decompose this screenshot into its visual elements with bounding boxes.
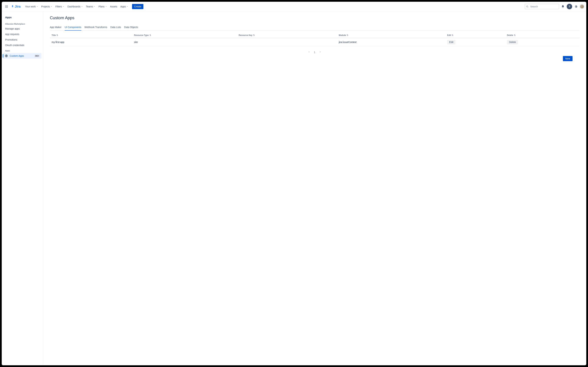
help-icon: ? [569, 5, 570, 8]
nav-label: Projects [41, 5, 50, 8]
chevron-right-icon [319, 51, 322, 53]
nav-dashboards[interactable]: Dashboards [66, 4, 84, 9]
col-resource-type[interactable]: Resource Type⇅ [132, 33, 237, 38]
nav-apps[interactable]: Apps [119, 4, 130, 9]
cell-resource-type: site [132, 38, 237, 46]
sort-icon: ⇅ [149, 34, 151, 36]
col-label: Delete [507, 34, 513, 36]
svg-rect-8 [7, 7, 8, 8]
search-wrap [525, 4, 559, 9]
edit-button[interactable]: Edit [447, 40, 455, 44]
product-name: Jira [15, 5, 21, 8]
tab-webhook-transforms[interactable]: Webhook Transforms [85, 25, 107, 30]
nav-label: Apps [120, 5, 126, 8]
avatar[interactable] [580, 4, 584, 9]
sidebar: Apps Atlassian Marketplace Manage apps A… [2, 11, 43, 365]
nav-label: Plans [99, 5, 104, 8]
cell-delete: Delete [505, 38, 579, 46]
page-title: Custom Apps [50, 16, 579, 20]
new-button[interactable]: New [563, 56, 572, 61]
col-label: Edit [447, 34, 451, 36]
sidebar-link-app-requests[interactable]: App requests [3, 32, 42, 37]
svg-rect-0 [5, 5, 6, 6]
sidebar-section-marketplace: Atlassian Marketplace [3, 21, 42, 26]
nav-label: Dashboards [67, 5, 80, 8]
table-row: my-first-app site jira:issueContext Edit… [50, 38, 579, 46]
sidebar-item-custom-apps[interactable]: Custom Apps DEV [3, 53, 42, 58]
sidebar-item-label: Custom Apps [10, 54, 24, 57]
search-input[interactable] [525, 4, 559, 9]
svg-rect-1 [6, 5, 7, 6]
notifications-button[interactable] [560, 4, 566, 9]
cell-title: my-first-app [50, 38, 132, 46]
nav-label: Teams [86, 5, 93, 8]
actions-row: New [50, 56, 579, 61]
nav-teams[interactable]: Teams [85, 4, 97, 9]
help-button[interactable]: ? [567, 4, 572, 9]
nav-filters[interactable]: Filters [54, 4, 66, 9]
sort-icon: ⇅ [56, 34, 58, 36]
col-label: Title [51, 34, 56, 36]
cell-module: jira:issueContext [337, 38, 445, 46]
svg-rect-7 [6, 7, 7, 8]
svg-rect-3 [5, 6, 6, 7]
sidebar-section-apps: Apps [3, 48, 42, 53]
chevron-left-icon [308, 51, 310, 53]
gear-icon [574, 5, 578, 8]
col-label: Module [339, 34, 346, 36]
components-table: Title⇅ Resource Type⇅ Resource Key⇅ Modu… [50, 33, 579, 46]
sort-icon: ⇅ [347, 34, 348, 36]
delete-button[interactable]: Delete [507, 40, 518, 44]
bell-icon [561, 5, 564, 8]
col-label: Resource Key [239, 34, 252, 36]
svg-rect-6 [5, 7, 6, 8]
app-switcher-icon [5, 5, 8, 8]
col-label: Resource Type [134, 34, 149, 36]
tab-ui-components[interactable]: UI Components [65, 25, 81, 30]
nav-assets[interactable]: Assets [109, 4, 119, 9]
pager-next[interactable] [318, 50, 322, 54]
nav-plans[interactable]: Plans [97, 4, 108, 9]
tab-data-objects[interactable]: Data Objects [124, 25, 138, 30]
tab-app-maker[interactable]: App Maker [50, 25, 61, 30]
sidebar-link-manage-apps[interactable]: Manage apps [3, 26, 42, 32]
col-module[interactable]: Module⇅ [337, 33, 445, 38]
col-edit[interactable]: Edit⇅ [445, 33, 505, 38]
nav-items: Your work Projects Filters Dashboards Te… [24, 4, 130, 9]
app-switcher-button[interactable] [4, 4, 9, 9]
pager-prev[interactable] [307, 50, 311, 54]
svg-point-12 [6, 56, 7, 56]
chevron-down-icon [63, 6, 64, 7]
pagination: 1 [50, 50, 579, 54]
main-content: Custom Apps App Maker UI Components Webh… [43, 11, 586, 365]
chevron-down-icon [81, 6, 83, 7]
chevron-down-icon [51, 6, 52, 7]
svg-rect-5 [7, 6, 8, 7]
settings-button[interactable] [573, 4, 579, 9]
col-resource-key[interactable]: Resource Key⇅ [237, 33, 337, 38]
sidebar-title: Apps [3, 15, 42, 21]
nav-label: Your work [25, 5, 36, 8]
sort-icon: ⇅ [253, 34, 255, 36]
col-title[interactable]: Title⇅ [50, 33, 132, 38]
svg-rect-2 [7, 5, 8, 6]
sort-icon: ⇅ [452, 34, 453, 36]
cell-edit: Edit [445, 38, 505, 46]
col-delete[interactable]: Delete⇅ [505, 33, 579, 38]
chevron-down-icon [36, 6, 38, 7]
tabs: App Maker UI Components Webhook Transfor… [50, 25, 579, 31]
nav-label: Filters [55, 5, 62, 8]
nav-label: Assets [110, 5, 117, 8]
pager-current-page[interactable]: 1 [314, 51, 315, 54]
svg-rect-4 [6, 6, 7, 7]
jira-logo[interactable]: Jira [10, 5, 22, 8]
sidebar-link-promotions[interactable]: Promotions [3, 37, 42, 42]
create-button[interactable]: Create [132, 4, 143, 9]
top-nav: Jira Your work Projects Filters Dashboar… [2, 2, 586, 11]
sidebar-link-oauth[interactable]: OAuth credentials [3, 42, 42, 48]
sort-icon: ⇅ [514, 34, 516, 36]
tab-data-lists[interactable]: Data Lists [110, 25, 121, 30]
nav-your-work[interactable]: Your work [24, 4, 40, 9]
nav-projects[interactable]: Projects [40, 4, 54, 9]
chevron-down-icon [105, 6, 107, 7]
